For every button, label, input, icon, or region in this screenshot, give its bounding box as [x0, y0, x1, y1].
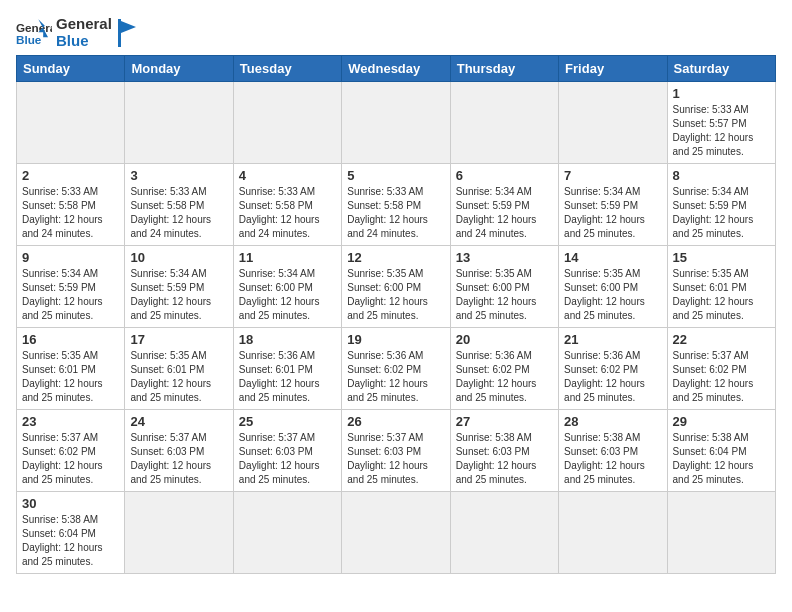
day-number: 20: [456, 332, 553, 347]
day-info: Sunrise: 5:38 AM Sunset: 6:04 PM Dayligh…: [673, 431, 770, 487]
calendar-cell: 6Sunrise: 5:34 AM Sunset: 5:59 PM Daylig…: [450, 164, 558, 246]
calendar-cell: 26Sunrise: 5:37 AM Sunset: 6:03 PM Dayli…: [342, 410, 450, 492]
day-info: Sunrise: 5:37 AM Sunset: 6:03 PM Dayligh…: [239, 431, 336, 487]
day-number: 6: [456, 168, 553, 183]
calendar-cell: 12Sunrise: 5:35 AM Sunset: 6:00 PM Dayli…: [342, 246, 450, 328]
svg-rect-3: [118, 19, 121, 47]
day-number: 13: [456, 250, 553, 265]
calendar-cell: 21Sunrise: 5:36 AM Sunset: 6:02 PM Dayli…: [559, 328, 667, 410]
calendar-week-row: 30Sunrise: 5:38 AM Sunset: 6:04 PM Dayli…: [17, 492, 776, 574]
day-number: 3: [130, 168, 227, 183]
calendar-cell: 4Sunrise: 5:33 AM Sunset: 5:58 PM Daylig…: [233, 164, 341, 246]
day-number: 24: [130, 414, 227, 429]
calendar-cell: 15Sunrise: 5:35 AM Sunset: 6:01 PM Dayli…: [667, 246, 775, 328]
day-info: Sunrise: 5:38 AM Sunset: 6:03 PM Dayligh…: [564, 431, 661, 487]
calendar-cell: 18Sunrise: 5:36 AM Sunset: 6:01 PM Dayli…: [233, 328, 341, 410]
day-info: Sunrise: 5:38 AM Sunset: 6:03 PM Dayligh…: [456, 431, 553, 487]
calendar-cell: 19Sunrise: 5:36 AM Sunset: 6:02 PM Dayli…: [342, 328, 450, 410]
day-info: Sunrise: 5:35 AM Sunset: 6:01 PM Dayligh…: [22, 349, 119, 405]
day-number: 11: [239, 250, 336, 265]
calendar-cell: [667, 492, 775, 574]
day-info: Sunrise: 5:34 AM Sunset: 5:59 PM Dayligh…: [22, 267, 119, 323]
day-number: 15: [673, 250, 770, 265]
calendar-cell: [17, 82, 125, 164]
calendar-cell: 5Sunrise: 5:33 AM Sunset: 5:58 PM Daylig…: [342, 164, 450, 246]
calendar-cell: [342, 82, 450, 164]
calendar-cell: 17Sunrise: 5:35 AM Sunset: 6:01 PM Dayli…: [125, 328, 233, 410]
day-number: 18: [239, 332, 336, 347]
calendar-cell: 24Sunrise: 5:37 AM Sunset: 6:03 PM Dayli…: [125, 410, 233, 492]
day-info: Sunrise: 5:37 AM Sunset: 6:03 PM Dayligh…: [347, 431, 444, 487]
calendar-cell: 29Sunrise: 5:38 AM Sunset: 6:04 PM Dayli…: [667, 410, 775, 492]
calendar-table: SundayMondayTuesdayWednesdayThursdayFrid…: [16, 55, 776, 574]
day-info: Sunrise: 5:35 AM Sunset: 6:01 PM Dayligh…: [673, 267, 770, 323]
day-number: 29: [673, 414, 770, 429]
day-info: Sunrise: 5:34 AM Sunset: 5:59 PM Dayligh…: [564, 185, 661, 241]
logo-blue-text: Blue: [56, 33, 112, 50]
day-number: 21: [564, 332, 661, 347]
calendar-cell: 25Sunrise: 5:37 AM Sunset: 6:03 PM Dayli…: [233, 410, 341, 492]
day-info: Sunrise: 5:33 AM Sunset: 5:57 PM Dayligh…: [673, 103, 770, 159]
day-info: Sunrise: 5:33 AM Sunset: 5:58 PM Dayligh…: [239, 185, 336, 241]
logo-flag-icon: [116, 19, 138, 47]
day-number: 5: [347, 168, 444, 183]
day-info: Sunrise: 5:36 AM Sunset: 6:02 PM Dayligh…: [347, 349, 444, 405]
day-number: 22: [673, 332, 770, 347]
day-number: 26: [347, 414, 444, 429]
day-number: 28: [564, 414, 661, 429]
page-header: General Blue General Blue: [16, 16, 776, 49]
header-sunday: Sunday: [17, 56, 125, 82]
calendar-week-row: 2Sunrise: 5:33 AM Sunset: 5:58 PM Daylig…: [17, 164, 776, 246]
day-number: 16: [22, 332, 119, 347]
day-info: Sunrise: 5:38 AM Sunset: 6:04 PM Dayligh…: [22, 513, 119, 569]
calendar-cell: 1Sunrise: 5:33 AM Sunset: 5:57 PM Daylig…: [667, 82, 775, 164]
day-info: Sunrise: 5:33 AM Sunset: 5:58 PM Dayligh…: [22, 185, 119, 241]
day-number: 10: [130, 250, 227, 265]
logo-icon: General Blue: [16, 19, 52, 47]
calendar-cell: [125, 492, 233, 574]
svg-marker-4: [121, 21, 136, 33]
day-number: 8: [673, 168, 770, 183]
day-info: Sunrise: 5:36 AM Sunset: 6:02 PM Dayligh…: [456, 349, 553, 405]
calendar-cell: 20Sunrise: 5:36 AM Sunset: 6:02 PM Dayli…: [450, 328, 558, 410]
day-info: Sunrise: 5:35 AM Sunset: 6:00 PM Dayligh…: [564, 267, 661, 323]
calendar-cell: 8Sunrise: 5:34 AM Sunset: 5:59 PM Daylig…: [667, 164, 775, 246]
calendar-cell: 22Sunrise: 5:37 AM Sunset: 6:02 PM Dayli…: [667, 328, 775, 410]
calendar-cell: [342, 492, 450, 574]
day-info: Sunrise: 5:34 AM Sunset: 5:59 PM Dayligh…: [673, 185, 770, 241]
calendar-cell: 11Sunrise: 5:34 AM Sunset: 6:00 PM Dayli…: [233, 246, 341, 328]
day-number: 1: [673, 86, 770, 101]
calendar-cell: 23Sunrise: 5:37 AM Sunset: 6:02 PM Dayli…: [17, 410, 125, 492]
day-number: 9: [22, 250, 119, 265]
day-number: 2: [22, 168, 119, 183]
day-info: Sunrise: 5:34 AM Sunset: 5:59 PM Dayligh…: [130, 267, 227, 323]
logo-general-text: General: [56, 16, 112, 33]
calendar-cell: [125, 82, 233, 164]
calendar-week-row: 9Sunrise: 5:34 AM Sunset: 5:59 PM Daylig…: [17, 246, 776, 328]
calendar-cell: 3Sunrise: 5:33 AM Sunset: 5:58 PM Daylig…: [125, 164, 233, 246]
day-info: Sunrise: 5:37 AM Sunset: 6:03 PM Dayligh…: [130, 431, 227, 487]
calendar-cell: 7Sunrise: 5:34 AM Sunset: 5:59 PM Daylig…: [559, 164, 667, 246]
day-number: 23: [22, 414, 119, 429]
day-number: 19: [347, 332, 444, 347]
calendar-cell: [233, 492, 341, 574]
header-tuesday: Tuesday: [233, 56, 341, 82]
calendar-week-row: 16Sunrise: 5:35 AM Sunset: 6:01 PM Dayli…: [17, 328, 776, 410]
day-info: Sunrise: 5:36 AM Sunset: 6:01 PM Dayligh…: [239, 349, 336, 405]
header-monday: Monday: [125, 56, 233, 82]
calendar-cell: [233, 82, 341, 164]
header-thursday: Thursday: [450, 56, 558, 82]
calendar-cell: 14Sunrise: 5:35 AM Sunset: 6:00 PM Dayli…: [559, 246, 667, 328]
logo: General Blue General Blue: [16, 16, 138, 49]
day-info: Sunrise: 5:35 AM Sunset: 6:01 PM Dayligh…: [130, 349, 227, 405]
calendar-week-row: 23Sunrise: 5:37 AM Sunset: 6:02 PM Dayli…: [17, 410, 776, 492]
calendar-cell: [450, 82, 558, 164]
calendar-cell: 30Sunrise: 5:38 AM Sunset: 6:04 PM Dayli…: [17, 492, 125, 574]
day-number: 27: [456, 414, 553, 429]
header-friday: Friday: [559, 56, 667, 82]
calendar-cell: 2Sunrise: 5:33 AM Sunset: 5:58 PM Daylig…: [17, 164, 125, 246]
calendar-cell: 9Sunrise: 5:34 AM Sunset: 5:59 PM Daylig…: [17, 246, 125, 328]
day-info: Sunrise: 5:36 AM Sunset: 6:02 PM Dayligh…: [564, 349, 661, 405]
calendar-cell: 13Sunrise: 5:35 AM Sunset: 6:00 PM Dayli…: [450, 246, 558, 328]
header-wednesday: Wednesday: [342, 56, 450, 82]
